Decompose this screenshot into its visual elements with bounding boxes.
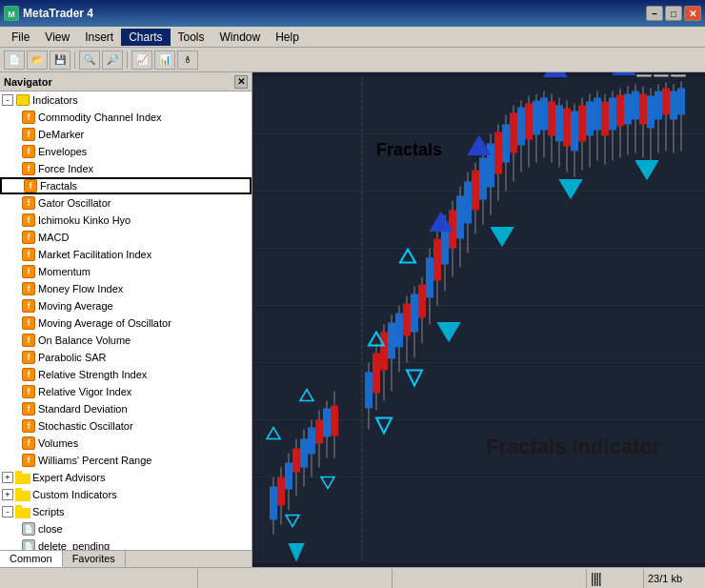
svg-rect-22 xyxy=(285,463,292,490)
svg-text:M: M xyxy=(8,10,15,19)
svg-rect-117 xyxy=(639,94,647,125)
menu-insert[interactable]: Insert xyxy=(77,29,121,46)
toolbar-open[interactable]: 📂 xyxy=(27,51,48,70)
svg-rect-91 xyxy=(540,98,548,131)
svg-marker-131 xyxy=(613,72,635,75)
svg-rect-6 xyxy=(15,488,22,492)
svg-rect-127 xyxy=(677,89,685,115)
svg-rect-119 xyxy=(647,96,655,129)
svg-rect-81 xyxy=(502,125,510,163)
list-item[interactable]: f Parabolic SAR xyxy=(0,349,252,366)
list-item[interactable]: f Moving Average xyxy=(0,297,252,314)
status-segments: |||| 23/1 kb xyxy=(4,569,701,588)
bars-icon: |||| xyxy=(591,571,601,586)
menu-tools[interactable]: Tools xyxy=(171,29,212,46)
list-item[interactable]: f DeMarker xyxy=(0,126,252,143)
script-icon-close: 📄 xyxy=(21,521,36,537)
toolbar-zoom-out[interactable]: 🔎 xyxy=(102,51,123,70)
minimize-button[interactable]: – xyxy=(646,6,663,21)
list-item-fractals[interactable]: f Fractals xyxy=(0,177,252,194)
indicators-expand[interactable]: - xyxy=(2,94,13,106)
svg-rect-83 xyxy=(510,113,517,153)
svg-rect-121 xyxy=(655,91,662,120)
svg-rect-115 xyxy=(632,91,639,120)
list-item[interactable]: f Envelopes xyxy=(0,143,252,160)
list-item[interactable]: f Gator Oscillator xyxy=(0,194,252,212)
navigator-close-button[interactable]: ✕ xyxy=(234,75,248,89)
svg-rect-45 xyxy=(380,333,388,371)
list-item[interactable]: f Force Index xyxy=(0,160,252,177)
script-icon-delete: 📄 xyxy=(21,538,36,550)
menu-window[interactable]: Window xyxy=(212,29,269,46)
list-item[interactable]: 📄 close xyxy=(0,520,252,537)
item-label-force: Force Index xyxy=(38,163,93,174)
list-item[interactable]: f Commodity Channel Index xyxy=(0,109,252,126)
item-label-stddev: Standard Deviation xyxy=(38,403,128,415)
list-item[interactable]: f Relative Vigor Index xyxy=(0,383,252,400)
status-seg-bars: |||| xyxy=(587,569,644,588)
item-label-scripts: Scripts xyxy=(32,506,65,517)
list-item[interactable]: f Williams' Percent Range xyxy=(0,452,252,469)
item-label-close: close xyxy=(38,523,63,535)
item-label-fractals: Fractals xyxy=(40,180,77,192)
list-item[interactable]: f Relative Strength Index xyxy=(0,366,252,383)
f-icon-moneyflow: f xyxy=(21,281,36,296)
item-label-mao: Moving Average of Oscillator xyxy=(38,317,171,329)
f-icon-wpr: f xyxy=(21,453,36,468)
svg-rect-111 xyxy=(616,95,624,127)
maximize-button[interactable]: □ xyxy=(665,6,682,21)
list-item[interactable]: f Moving Average of Oscillator xyxy=(0,314,252,332)
svg-rect-89 xyxy=(533,101,540,135)
scripts-expand[interactable]: - xyxy=(2,506,13,517)
toolbar-zoom-in[interactable]: 🔍 xyxy=(79,51,100,70)
ci-expand[interactable]: + xyxy=(2,489,13,500)
svg-rect-69 xyxy=(456,196,464,239)
tree-expert-advisors[interactable]: + Expert Advisors xyxy=(0,469,252,486)
svg-rect-87 xyxy=(525,104,533,140)
list-item[interactable]: f Stochastic Oscillator xyxy=(0,417,252,435)
tree-scripts[interactable]: - Scripts xyxy=(0,503,252,520)
item-label-psar: Parabolic SAR xyxy=(38,352,107,363)
toolbar-line[interactable]: 📈 xyxy=(131,51,152,70)
list-item[interactable]: f Standard Deviation xyxy=(0,400,252,417)
toolbar-candle[interactable]: 🕯 xyxy=(177,51,198,70)
status-seg-3 xyxy=(393,569,587,588)
svg-rect-105 xyxy=(594,98,601,131)
f-icon-force: f xyxy=(21,161,36,176)
list-item[interactable]: f Momentum xyxy=(0,263,252,280)
list-item[interactable]: f On Balance Volume xyxy=(0,332,252,349)
item-label-obv: On Balance Volume xyxy=(38,335,131,346)
menu-view[interactable]: View xyxy=(37,29,77,46)
menu-charts[interactable]: Charts xyxy=(121,29,170,46)
item-label-ichimoku: Ichimoku Kinko Hyo xyxy=(38,214,131,226)
toolbar-new[interactable]: 📄 xyxy=(4,51,25,70)
title-bar: M MetaTrader 4 – □ ✕ xyxy=(0,0,705,27)
item-label-ea: Expert Advisors xyxy=(32,472,105,483)
toolbar-bar[interactable]: 📊 xyxy=(154,51,175,70)
toolbar-save[interactable]: 💾 xyxy=(50,51,70,70)
tab-common[interactable]: Common xyxy=(0,551,63,567)
f-icon-envelopes: f xyxy=(21,144,36,159)
svg-rect-7 xyxy=(15,508,30,518)
menu-help[interactable]: Help xyxy=(268,29,307,46)
chart-svg: Fractals Fractals Indicator xyxy=(252,72,705,567)
menu-bar: File View Insert Charts Tools Window Hel… xyxy=(0,27,705,48)
menu-file[interactable]: File xyxy=(4,29,37,46)
chart-area: – □ ✕ xyxy=(252,72,705,567)
tree-indicators-group[interactable]: - Indicators xyxy=(0,91,252,109)
svg-rect-18 xyxy=(270,487,277,520)
ea-expand[interactable]: + xyxy=(2,472,13,483)
tab-favorites[interactable]: Favorites xyxy=(63,551,126,567)
close-button[interactable]: ✕ xyxy=(684,6,701,21)
svg-rect-43 xyxy=(373,354,380,394)
navigator-body[interactable]: - Indicators f Commodity Channel Index f… xyxy=(0,91,252,550)
list-item[interactable]: f Volumes xyxy=(0,435,252,452)
list-item[interactable]: f Money Flow Index xyxy=(0,280,252,297)
list-item[interactable]: 📄 delete_pending xyxy=(0,537,252,550)
item-label-moving-average: Moving Average xyxy=(38,300,113,312)
tree-custom-indicators[interactable]: + Custom Indicators xyxy=(0,486,252,503)
list-item[interactable]: f Market Facilitation Index xyxy=(0,246,252,263)
f-icon-cci: f xyxy=(21,110,36,125)
list-item[interactable]: f Ichimoku Kinko Hyo xyxy=(0,212,252,229)
list-item[interactable]: f MACD xyxy=(0,229,252,246)
